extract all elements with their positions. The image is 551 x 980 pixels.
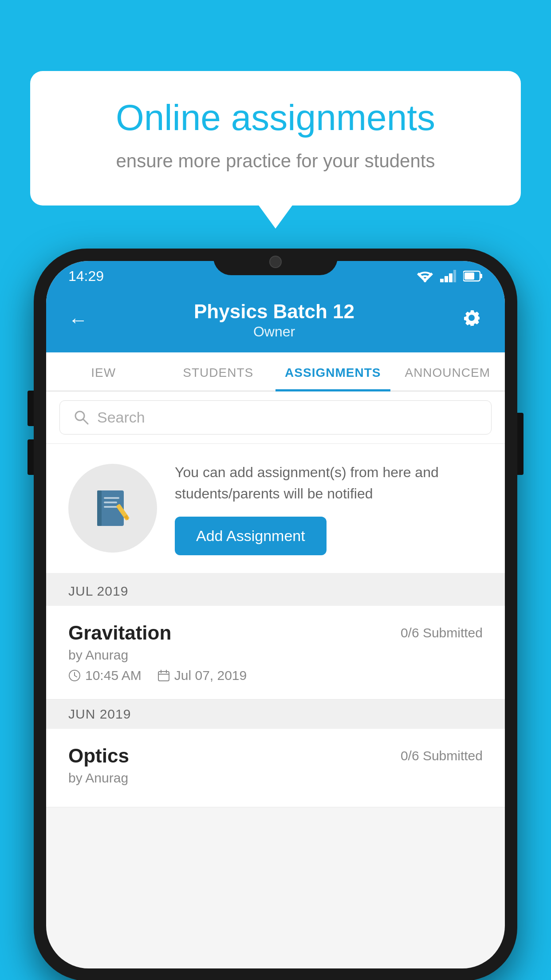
promo-section: You can add assignment(s) from here and … <box>46 444 505 577</box>
camera-lens <box>269 256 282 268</box>
time-block: 10:45 AM <box>68 668 142 683</box>
assignment-time: 10:45 AM <box>85 668 142 683</box>
optics-by: by Anurag <box>68 771 483 786</box>
speech-bubble-title: Online assignments <box>61 98 490 138</box>
section-header-jul: JUL 2019 <box>46 577 505 606</box>
svg-rect-13 <box>97 490 102 526</box>
clock-icon <box>68 669 81 682</box>
assignment-row3: 10:45 AM Jul 07, 2019 <box>68 668 483 683</box>
svg-rect-15 <box>104 502 117 503</box>
phone-outer-shell: 14:29 <box>34 249 517 980</box>
svg-rect-3 <box>440 279 444 282</box>
speech-bubble: Online assignments ensure more practice … <box>30 71 521 205</box>
power-button <box>517 413 523 475</box>
svg-line-11 <box>83 419 88 424</box>
search-input-wrapper[interactable]: Search <box>59 400 492 435</box>
battery-icon <box>463 270 483 282</box>
svg-rect-9 <box>464 273 474 280</box>
notebook-icon <box>91 486 135 530</box>
search-container: Search <box>46 391 505 444</box>
promo-description: You can add assignment(s) from here and … <box>175 462 483 504</box>
assignment-item-gravitation[interactable]: Gravitation 0/6 Submitted by Anurag 10:4… <box>46 606 505 699</box>
phone-notch <box>213 249 338 275</box>
promo-right: You can add assignment(s) from here and … <box>175 462 483 555</box>
settings-button[interactable] <box>460 307 483 333</box>
tab-announcements[interactable]: ANNOUNCEM <box>390 352 505 391</box>
volume-up-button <box>28 391 34 426</box>
assignment-by: by Anurag <box>68 648 483 663</box>
search-icon <box>73 409 89 425</box>
optics-name: Optics <box>68 745 129 767</box>
assignment-name: Gravitation <box>68 622 171 644</box>
assignment-row1: Gravitation 0/6 Submitted <box>68 622 483 644</box>
svg-point-2 <box>424 280 426 282</box>
speech-bubble-subtitle: ensure more practice for your students <box>61 148 490 174</box>
phone-mockup: 14:29 <box>34 249 517 980</box>
svg-line-21 <box>75 676 77 677</box>
search-placeholder: Search <box>97 409 145 426</box>
section-header-jun: JUN 2019 <box>46 699 505 729</box>
batch-name: Physics Batch 12 <box>194 300 354 324</box>
svg-rect-5 <box>449 273 453 282</box>
tab-iew[interactable]: IEW <box>46 352 161 391</box>
tab-students[interactable]: STUDENTS <box>161 352 276 391</box>
phone-screen: 14:29 <box>46 261 505 968</box>
svg-rect-22 <box>158 672 169 681</box>
optics-submitted: 0/6 Submitted <box>401 745 483 763</box>
optics-row1: Optics 0/6 Submitted <box>68 745 483 767</box>
signal-icon <box>440 270 456 282</box>
date-block: Jul 07, 2019 <box>157 668 247 683</box>
svg-rect-14 <box>104 497 119 499</box>
volume-down-button <box>28 439 34 475</box>
svg-rect-4 <box>445 276 448 282</box>
svg-rect-6 <box>453 270 456 282</box>
status-time: 14:29 <box>68 268 104 285</box>
tab-assignments[interactable]: ASSIGNMENTS <box>276 352 390 391</box>
svg-rect-8 <box>480 274 482 278</box>
assignment-submitted: 0/6 Submitted <box>401 622 483 640</box>
wifi-icon <box>417 270 433 282</box>
calendar-icon <box>157 669 170 682</box>
header-title-block: Physics Batch 12 Owner <box>194 300 354 340</box>
status-icons <box>417 270 483 282</box>
app-header: ← Physics Batch 12 Owner <box>46 291 505 352</box>
assignment-item-optics[interactable]: Optics 0/6 Submitted by Anurag <box>46 729 505 807</box>
back-button[interactable]: ← <box>68 309 88 331</box>
promo-icon-circle <box>68 464 157 553</box>
add-assignment-button[interactable]: Add Assignment <box>175 517 327 555</box>
assignment-date: Jul 07, 2019 <box>174 668 247 683</box>
tabs-bar: IEW STUDENTS ASSIGNMENTS ANNOUNCEM <box>46 352 505 391</box>
gear-icon <box>460 307 483 329</box>
owner-label: Owner <box>194 324 354 340</box>
speech-bubble-container: Online assignments ensure more practice … <box>30 71 521 205</box>
